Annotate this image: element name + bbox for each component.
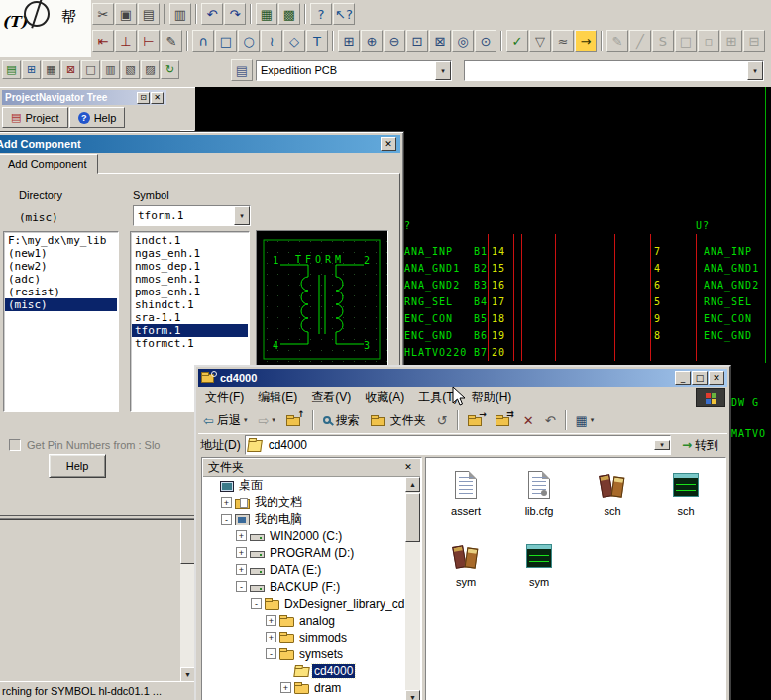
directory-item-5[interactable]: (misc) [5, 298, 117, 311]
symbol-item-5[interactable]: shindct.1 [132, 298, 248, 311]
tree-item[interactable]: +PROGRAM (D:) [203, 544, 405, 561]
views-button[interactable]: ▦▾ [571, 409, 600, 431]
scroll-down-button[interactable]: ▼ [180, 667, 195, 682]
directory-list[interactable]: F:\my_dx\my_lib(new1)(new2)(adc)(resist)… [3, 231, 119, 412]
tab-project[interactable]: ▤ Project [2, 107, 68, 128]
zoom-full-button[interactable]: ⊠ [429, 30, 451, 52]
symbol-item-4[interactable]: pmos_enh.1 [132, 286, 248, 298]
file-item[interactable]: lib.cfg [502, 463, 576, 534]
circle-tool-button[interactable]: ○ [238, 30, 260, 52]
close-button[interactable]: ✕ [381, 137, 396, 151]
tree-label[interactable]: symsets [297, 647, 345, 661]
file-item[interactable]: sym [502, 534, 576, 606]
up-button[interactable]: ↑ [281, 409, 308, 431]
expand-plus-icon[interactable]: + [236, 564, 247, 575]
navigator-titlebar[interactable]: ProjectNavigator Tree ⊡ ✕ [2, 90, 166, 105]
rectangle-tool-button[interactable]: □ [215, 30, 237, 52]
delete-button[interactable]: ✕ [518, 409, 539, 431]
add-component-button[interactable]: ⊞ [22, 60, 41, 79]
address-combo[interactable]: cd4000 ▾ [245, 435, 671, 455]
directory-item-0[interactable]: F:\my_dx\my_lib [5, 234, 117, 247]
tab-help[interactable]: ? Help [69, 107, 126, 128]
menu-edit[interactable]: 编辑(E) [251, 387, 304, 408]
tree-label[interactable]: PROGRAM (D:) [268, 546, 356, 560]
file-item[interactable]: sym [429, 534, 502, 606]
symbol-combo-dropdown[interactable]: ▾ [234, 206, 250, 225]
doc-export-button[interactable]: ▥ [101, 60, 120, 79]
folders-button[interactable]: 文件夹 [366, 409, 431, 431]
tree-item[interactable]: -symsets [203, 645, 405, 662]
copy-sheet-button[interactable]: ▧ [121, 60, 140, 79]
dimension-button[interactable]: ⊥ [115, 30, 137, 52]
spreadsheet-button[interactable]: ▦ [42, 60, 60, 79]
cut-button[interactable]: ✂ [92, 3, 114, 25]
tab-add-component[interactable]: Add Component [0, 154, 98, 174]
menu-view[interactable]: 查看(V) [304, 387, 358, 408]
scrollbar-thumb[interactable] [405, 493, 420, 542]
zoom-area-button[interactable]: ⊡ [406, 30, 428, 52]
undo-button[interactable]: ↶ [201, 3, 223, 25]
go-button[interactable]: → 转到 [675, 435, 725, 456]
directory-item-4[interactable]: (resist) [5, 286, 117, 298]
scroll-down-button[interactable]: ▼ [405, 690, 420, 700]
tree-scrollbar[interactable]: ▲ ▼ [405, 477, 420, 700]
expand-plus-icon[interactable]: + [236, 547, 247, 558]
new-sheet-button[interactable]: □ [81, 60, 100, 79]
dialog-titlebar[interactable]: Add Component ✕ [0, 135, 400, 153]
tree-item[interactable]: +analog [203, 612, 405, 629]
arc-tool-button[interactable]: ∩ [192, 30, 214, 52]
tree-item[interactable]: -BACKUP (F:) [203, 578, 405, 595]
print-button[interactable]: ▥ [169, 3, 191, 25]
new-schematic-button[interactable]: ▤ [2, 60, 21, 79]
tree-item[interactable]: +dram [203, 679, 405, 696]
polyline-tool-button[interactable]: ≀ [261, 30, 282, 52]
report-table-button[interactable]: ▦ [256, 3, 277, 25]
scrollbar-thumb[interactable] [180, 517, 195, 564]
close-button[interactable]: ✕ [709, 371, 724, 385]
tree-label[interactable]: 我的文档 [253, 494, 304, 511]
minimize-button[interactable]: _ [675, 371, 691, 385]
directory-item-2[interactable]: (new2) [5, 260, 117, 273]
tree-item[interactable]: +simmods [203, 629, 405, 645]
expand-plus-icon[interactable]: + [266, 615, 276, 626]
menu-help[interactable]: 帮助(H) [465, 387, 519, 408]
tree-label[interactable]: DATA (E:) [268, 563, 323, 577]
tool-selector-dropdown[interactable]: ▾ [435, 61, 451, 80]
search-table-button[interactable]: ▩ [278, 3, 300, 25]
undo-button[interactable]: ↶ [540, 409, 561, 431]
tree-label[interactable]: simmods [297, 631, 349, 644]
bus-button[interactable]: ⊢ [138, 30, 160, 52]
filter-button[interactable]: ▽ [529, 30, 551, 52]
verify-button[interactable]: ✓ [506, 30, 528, 52]
tree-label[interactable]: WIN2000 (C:) [268, 529, 344, 543]
tree-item[interactable]: +DATA (E:) [203, 561, 405, 578]
redo-button[interactable]: ↷ [224, 3, 246, 25]
tree-item[interactable]: -我的电脑 [203, 511, 405, 527]
tree-item[interactable]: 桌面 [203, 477, 405, 494]
menu-file[interactable]: 文件(F) [198, 387, 251, 408]
context-help-button[interactable]: ↖? [333, 3, 355, 25]
symbol-item-7[interactable]: tform.1 [132, 324, 248, 337]
search-combo-dropdown[interactable]: ▾ [747, 61, 763, 80]
collapse-minus-icon[interactable]: - [236, 581, 247, 592]
symbol-item-8[interactable]: tformct.1 [132, 337, 248, 350]
copy-button[interactable]: ▣ [115, 3, 137, 25]
expand-plus-icon[interactable]: + [236, 530, 247, 541]
address-dropdown-button[interactable]: ▾ [654, 440, 670, 450]
history-button[interactable]: ↺ [432, 409, 453, 431]
move-to-button[interactable]: → [463, 409, 490, 431]
close-button[interactable]: ✕ [151, 92, 164, 104]
help-button[interactable]: ? [310, 3, 332, 25]
tree-item[interactable]: +WIN2000 (C:) [203, 527, 405, 544]
symbol-item-6[interactable]: sra-1.1 [132, 311, 248, 324]
file-item[interactable]: sch [649, 463, 722, 534]
tree-label[interactable]: BACKUP (F:) [268, 580, 342, 594]
close-folders-pane-button[interactable]: ✕ [401, 461, 415, 475]
symbol-item-2[interactable]: nmos_dep.1 [132, 260, 248, 273]
dock-button[interactable]: ⊡ [137, 92, 150, 104]
zoom-out-button[interactable]: ⊖ [384, 30, 405, 52]
zoom-window-button[interactable]: ⊞ [338, 30, 360, 52]
menu-favorites[interactable]: 收藏(A) [358, 387, 411, 408]
zoom-previous-button[interactable]: ⊙ [475, 30, 496, 52]
scroll-up-button[interactable]: ▲ [405, 477, 420, 492]
